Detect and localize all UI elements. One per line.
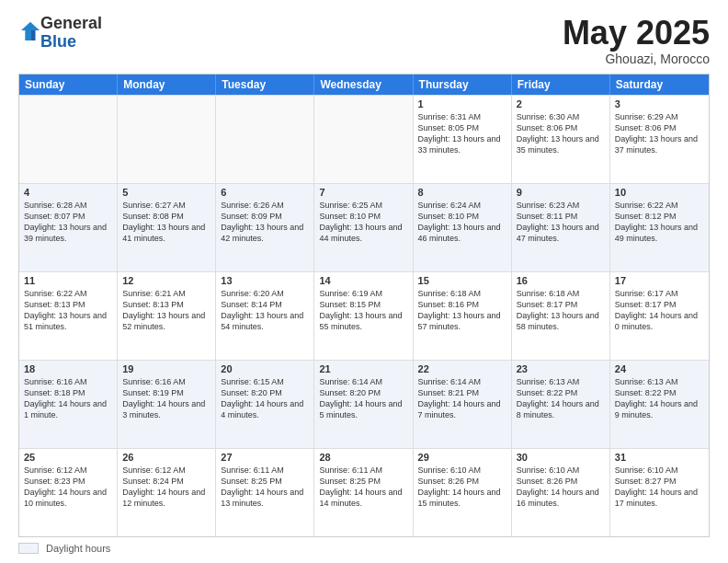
cell-text: Sunrise: 6:11 AM Sunset: 8:25 PM Dayligh… bbox=[319, 465, 407, 510]
cal-row-5: 25Sunrise: 6:12 AM Sunset: 8:23 PM Dayli… bbox=[19, 448, 709, 536]
cal-cell: 27Sunrise: 6:11 AM Sunset: 8:25 PM Dayli… bbox=[216, 449, 314, 536]
cell-text: Sunrise: 6:13 AM Sunset: 8:22 PM Dayligh… bbox=[517, 376, 605, 421]
cell-text: Sunrise: 6:14 AM Sunset: 8:20 PM Dayligh… bbox=[319, 376, 407, 421]
cal-header-sunday: Sunday bbox=[19, 75, 118, 95]
day-number: 13 bbox=[221, 275, 309, 286]
month-title: May 2025 bbox=[563, 15, 710, 52]
cal-cell: 16Sunrise: 6:18 AM Sunset: 8:17 PM Dayli… bbox=[512, 272, 610, 360]
day-number: 7 bbox=[319, 187, 407, 198]
cell-text: Sunrise: 6:25 AM Sunset: 8:10 PM Dayligh… bbox=[319, 200, 407, 245]
cell-text: Sunrise: 6:11 AM Sunset: 8:25 PM Dayligh… bbox=[221, 465, 309, 510]
cal-cell: 29Sunrise: 6:10 AM Sunset: 8:26 PM Dayli… bbox=[414, 449, 512, 536]
cal-header-tuesday: Tuesday bbox=[216, 75, 314, 95]
page: General Blue May 2025 Ghouazi, Morocco S… bbox=[0, 0, 728, 563]
cal-cell: 28Sunrise: 6:11 AM Sunset: 8:25 PM Dayli… bbox=[314, 449, 413, 536]
cell-text: Sunrise: 6:29 AM Sunset: 8:06 PM Dayligh… bbox=[615, 111, 704, 156]
day-number: 3 bbox=[615, 98, 704, 109]
day-number: 1 bbox=[418, 98, 506, 109]
cal-cell: 21Sunrise: 6:14 AM Sunset: 8:20 PM Dayli… bbox=[314, 361, 413, 448]
day-number: 31 bbox=[615, 452, 704, 463]
cell-text: Sunrise: 6:10 AM Sunset: 8:26 PM Dayligh… bbox=[517, 465, 605, 510]
cell-text: Sunrise: 6:16 AM Sunset: 8:19 PM Dayligh… bbox=[122, 376, 210, 421]
cal-cell: 12Sunrise: 6:21 AM Sunset: 8:13 PM Dayli… bbox=[118, 272, 216, 360]
cal-cell: 10Sunrise: 6:22 AM Sunset: 8:12 PM Dayli… bbox=[610, 184, 709, 271]
cal-header-monday: Monday bbox=[118, 75, 216, 95]
day-number: 8 bbox=[418, 187, 506, 198]
cal-cell: 7Sunrise: 6:25 AM Sunset: 8:10 PM Daylig… bbox=[314, 184, 413, 271]
day-number: 21 bbox=[319, 363, 407, 374]
day-number: 6 bbox=[221, 187, 309, 198]
day-number: 29 bbox=[418, 452, 506, 463]
footer: Daylight hours bbox=[18, 543, 710, 554]
day-number: 28 bbox=[319, 452, 407, 463]
day-number: 5 bbox=[122, 187, 210, 198]
cal-row-4: 18Sunrise: 6:16 AM Sunset: 8:18 PM Dayli… bbox=[19, 360, 709, 448]
location: Ghouazi, Morocco bbox=[563, 52, 710, 66]
cal-cell: 3Sunrise: 6:29 AM Sunset: 8:06 PM Daylig… bbox=[610, 96, 709, 183]
calendar-header: SundayMondayTuesdayWednesdayThursdayFrid… bbox=[19, 75, 709, 95]
cal-cell: 23Sunrise: 6:13 AM Sunset: 8:22 PM Dayli… bbox=[512, 361, 610, 448]
cal-cell: 18Sunrise: 6:16 AM Sunset: 8:18 PM Dayli… bbox=[19, 361, 118, 448]
cal-cell: 17Sunrise: 6:17 AM Sunset: 8:17 PM Dayli… bbox=[610, 272, 709, 360]
cal-cell: 6Sunrise: 6:26 AM Sunset: 8:09 PM Daylig… bbox=[216, 184, 314, 271]
cell-text: Sunrise: 6:12 AM Sunset: 8:24 PM Dayligh… bbox=[122, 465, 210, 510]
day-number: 9 bbox=[517, 187, 605, 198]
cal-cell bbox=[118, 96, 216, 183]
cal-cell: 15Sunrise: 6:18 AM Sunset: 8:16 PM Dayli… bbox=[414, 272, 512, 360]
day-number: 25 bbox=[24, 452, 112, 463]
cal-cell: 2Sunrise: 6:30 AM Sunset: 8:06 PM Daylig… bbox=[512, 96, 610, 183]
title-block: May 2025 Ghouazi, Morocco bbox=[563, 15, 710, 66]
cal-cell: 19Sunrise: 6:16 AM Sunset: 8:19 PM Dayli… bbox=[118, 361, 216, 448]
cal-cell: 13Sunrise: 6:20 AM Sunset: 8:14 PM Dayli… bbox=[216, 272, 314, 360]
cal-cell: 30Sunrise: 6:10 AM Sunset: 8:26 PM Dayli… bbox=[512, 449, 610, 536]
day-number: 4 bbox=[24, 187, 112, 198]
day-number: 19 bbox=[122, 363, 210, 374]
cal-header-saturday: Saturday bbox=[610, 75, 709, 95]
day-number: 18 bbox=[24, 363, 112, 374]
cal-cell bbox=[216, 96, 314, 183]
cal-row-2: 4Sunrise: 6:28 AM Sunset: 8:07 PM Daylig… bbox=[19, 183, 709, 271]
cell-text: Sunrise: 6:30 AM Sunset: 8:06 PM Dayligh… bbox=[517, 111, 605, 156]
cell-text: Sunrise: 6:28 AM Sunset: 8:07 PM Dayligh… bbox=[24, 200, 112, 245]
day-number: 26 bbox=[122, 452, 210, 463]
cell-text: Sunrise: 6:23 AM Sunset: 8:11 PM Dayligh… bbox=[517, 200, 605, 245]
cell-text: Sunrise: 6:24 AM Sunset: 8:10 PM Dayligh… bbox=[418, 200, 506, 245]
logo: General Blue bbox=[18, 15, 102, 52]
logo-general-text: General bbox=[40, 14, 102, 32]
calendar: SundayMondayTuesdayWednesdayThursdayFrid… bbox=[18, 74, 710, 537]
cell-text: Sunrise: 6:20 AM Sunset: 8:14 PM Dayligh… bbox=[221, 288, 309, 333]
cal-header-friday: Friday bbox=[512, 75, 610, 95]
day-number: 30 bbox=[517, 452, 605, 463]
legend-label: Daylight hours bbox=[46, 543, 110, 554]
cell-text: Sunrise: 6:15 AM Sunset: 8:20 PM Dayligh… bbox=[221, 376, 309, 421]
cell-text: Sunrise: 6:18 AM Sunset: 8:16 PM Dayligh… bbox=[418, 288, 506, 333]
cal-cell: 14Sunrise: 6:19 AM Sunset: 8:15 PM Dayli… bbox=[314, 272, 413, 360]
day-number: 15 bbox=[418, 275, 506, 286]
legend-box bbox=[18, 543, 39, 554]
logo-icon bbox=[20, 21, 40, 41]
cal-cell: 31Sunrise: 6:10 AM Sunset: 8:27 PM Dayli… bbox=[610, 449, 709, 536]
cal-header-wednesday: Wednesday bbox=[314, 75, 413, 95]
cal-row-3: 11Sunrise: 6:22 AM Sunset: 8:13 PM Dayli… bbox=[19, 271, 709, 360]
day-number: 23 bbox=[517, 363, 605, 374]
cal-header-thursday: Thursday bbox=[414, 75, 512, 95]
cell-text: Sunrise: 6:17 AM Sunset: 8:17 PM Dayligh… bbox=[615, 288, 704, 333]
cal-cell: 20Sunrise: 6:15 AM Sunset: 8:20 PM Dayli… bbox=[216, 361, 314, 448]
cell-text: Sunrise: 6:14 AM Sunset: 8:21 PM Dayligh… bbox=[418, 376, 506, 421]
cal-cell: 5Sunrise: 6:27 AM Sunset: 8:08 PM Daylig… bbox=[118, 184, 216, 271]
cal-cell: 1Sunrise: 6:31 AM Sunset: 8:05 PM Daylig… bbox=[414, 96, 512, 183]
day-number: 22 bbox=[418, 363, 506, 374]
logo-blue-text: Blue bbox=[40, 32, 76, 51]
cell-text: Sunrise: 6:27 AM Sunset: 8:08 PM Dayligh… bbox=[122, 200, 210, 245]
cell-text: Sunrise: 6:10 AM Sunset: 8:27 PM Dayligh… bbox=[615, 465, 704, 510]
day-number: 14 bbox=[319, 275, 407, 286]
day-number: 24 bbox=[615, 363, 704, 374]
cell-text: Sunrise: 6:31 AM Sunset: 8:05 PM Dayligh… bbox=[418, 111, 506, 156]
day-number: 11 bbox=[24, 275, 112, 286]
cal-cell: 8Sunrise: 6:24 AM Sunset: 8:10 PM Daylig… bbox=[414, 184, 512, 271]
svg-marker-1 bbox=[21, 22, 40, 40]
calendar-body: 1Sunrise: 6:31 AM Sunset: 8:05 PM Daylig… bbox=[19, 95, 709, 536]
cal-cell: 4Sunrise: 6:28 AM Sunset: 8:07 PM Daylig… bbox=[19, 184, 118, 271]
cell-text: Sunrise: 6:18 AM Sunset: 8:17 PM Dayligh… bbox=[517, 288, 605, 333]
cal-cell: 9Sunrise: 6:23 AM Sunset: 8:11 PM Daylig… bbox=[512, 184, 610, 271]
